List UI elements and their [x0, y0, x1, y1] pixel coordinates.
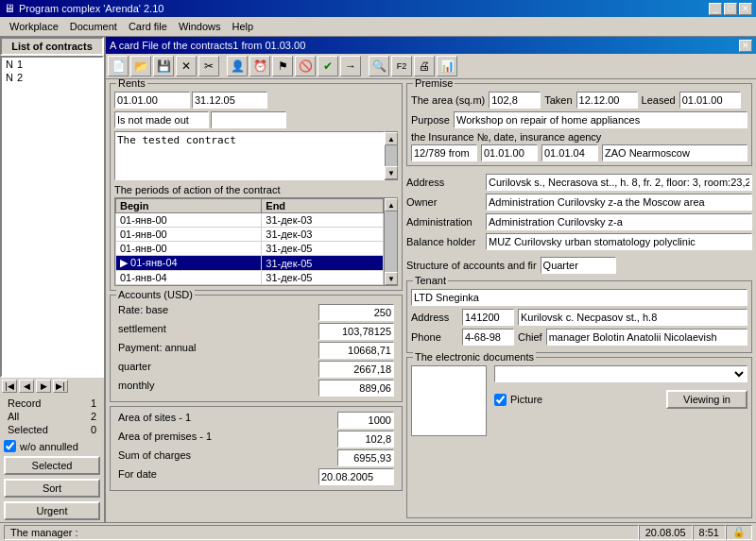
insurance-no[interactable]: [411, 144, 477, 161]
table-row[interactable]: 01-янв-0031-дек-03: [116, 228, 384, 242]
settlement-value[interactable]: [318, 323, 394, 340]
tenant-address[interactable]: [518, 309, 747, 326]
tenant-address-label: Address: [411, 312, 458, 323]
stop-btn[interactable]: 🚫: [295, 56, 316, 76]
picture-label: Picture: [510, 394, 542, 405]
periods-scroll-up[interactable]: ▲: [385, 198, 398, 211]
table-row[interactable]: 01-янв-0431-дек-05: [116, 271, 384, 285]
all-label: All: [8, 411, 19, 422]
card-title-bar: A card File of the contracts1 from 01.03…: [106, 37, 756, 54]
menu-cardfile[interactable]: Card file: [123, 19, 173, 34]
menu-workplace[interactable]: Workplace: [4, 19, 64, 34]
text-scroll-down[interactable]: ▼: [385, 166, 398, 179]
payment-value[interactable]: [318, 342, 394, 359]
list-item[interactable]: N2: [2, 71, 102, 84]
menu-help[interactable]: Help: [227, 19, 260, 34]
menu-windows[interactable]: Windows: [173, 19, 227, 34]
search-btn[interactable]: 🔍: [369, 56, 389, 76]
premise-label: Premise: [413, 79, 455, 89]
rate-value[interactable]: [318, 304, 394, 321]
rent-status[interactable]: [114, 111, 209, 128]
contract-text[interactable]: The tested contract: [114, 131, 385, 180]
arrow-btn[interactable]: →: [340, 56, 361, 76]
close-app-btn[interactable]: ✕: [739, 3, 752, 15]
selected-label: Selected: [8, 424, 48, 435]
f2-btn[interactable]: F2: [391, 56, 412, 76]
purpose-label: Purpose: [411, 114, 450, 126]
rent-status2[interactable]: [211, 111, 286, 128]
leased-input[interactable]: [679, 92, 741, 109]
status-date: 20.08.05: [645, 527, 686, 538]
print-btn[interactable]: 🖨: [414, 56, 435, 76]
phone-input[interactable]: [462, 329, 514, 346]
list-item[interactable]: N1: [2, 58, 102, 71]
insurance-agency[interactable]: [602, 144, 747, 161]
tenant-address-code[interactable]: [462, 309, 514, 326]
app-title-bar: 🖥 Program complex 'Arenda' 2.10 _ □ ✕: [0, 0, 756, 17]
minimize-btn[interactable]: _: [709, 3, 722, 15]
periods-scroll-down[interactable]: ▼: [385, 272, 398, 285]
viewing-button[interactable]: Viewing in: [666, 390, 747, 409]
menu-document[interactable]: Document: [64, 19, 123, 34]
clock-btn[interactable]: ⏰: [249, 56, 270, 76]
nav-last[interactable]: ▶|: [53, 380, 68, 393]
insurance-date2[interactable]: [541, 144, 598, 161]
accounts-group: Accounts (USD) Rate: base settlement Pay…: [110, 295, 403, 402]
for-date-value[interactable]: [318, 468, 394, 485]
export-btn[interactable]: 📊: [437, 56, 457, 76]
chief-input[interactable]: [546, 329, 747, 346]
nav-first[interactable]: |◀: [2, 380, 17, 393]
purpose-input[interactable]: [454, 111, 747, 128]
payment-label: Payment: annual: [118, 342, 197, 359]
cut-btn[interactable]: ✂: [198, 56, 219, 76]
sum-charges-value[interactable]: [337, 449, 394, 466]
rents-label: Rents: [116, 79, 147, 89]
text-scroll-up[interactable]: ▲: [385, 132, 398, 145]
table-row[interactable]: 01-янв-0031-дек-05: [116, 242, 384, 256]
admin-input[interactable]: [486, 213, 752, 230]
rent-date-to[interactable]: [192, 92, 267, 109]
structure-label: Structure of accounts and fir: [406, 260, 537, 271]
area-premises-label: Area of premises - 1: [118, 431, 212, 448]
balance-input[interactable]: [486, 233, 752, 250]
area-sites-value[interactable]: [337, 412, 394, 429]
picture-preview: [411, 365, 487, 436]
address-section: Address Owner Administration Balanc: [406, 174, 752, 253]
maximize-btn[interactable]: □: [724, 3, 737, 15]
area-input[interactable]: [489, 92, 541, 109]
nav-next[interactable]: ▶: [36, 380, 51, 393]
open-btn[interactable]: 📂: [130, 56, 151, 76]
person-btn[interactable]: 👤: [227, 56, 248, 76]
picture-checkbox[interactable]: [494, 394, 507, 406]
record-label: Record: [8, 397, 41, 409]
green-btn[interactable]: ✔: [318, 56, 338, 76]
electronic-dropdown[interactable]: [494, 365, 747, 382]
nav-prev[interactable]: ◀: [19, 380, 34, 393]
taken-input[interactable]: [576, 92, 638, 109]
close-card-btn[interactable]: ✕: [739, 40, 752, 52]
monthly-value[interactable]: [318, 380, 394, 397]
structure-input[interactable]: [541, 257, 616, 274]
save-btn[interactable]: 💾: [153, 56, 174, 76]
accounts-label: Accounts (USD): [116, 289, 195, 300]
quarter-value[interactable]: [318, 361, 394, 378]
contracts-list[interactable]: N1 N2: [0, 56, 104, 378]
tenant-label: Tenant: [413, 275, 448, 286]
table-row[interactable]: 01-янв-0031-дек-03: [116, 213, 384, 228]
for-date-label: For date: [118, 468, 157, 485]
wo-annulled-checkbox[interactable]: [4, 440, 16, 452]
area-premises-value[interactable]: [337, 431, 394, 448]
sort-button[interactable]: Sort: [4, 479, 100, 498]
owner-input[interactable]: [486, 194, 752, 211]
insurance-date1[interactable]: [481, 144, 538, 161]
selected-button[interactable]: Selected: [4, 456, 100, 475]
tenant-name[interactable]: [411, 289, 747, 306]
address-input[interactable]: [486, 174, 752, 191]
table-row-selected[interactable]: ▶ 01-янв-0431-дек-05: [116, 256, 384, 271]
delete-btn[interactable]: ✕: [176, 56, 197, 76]
nav-bar: |◀ ◀ ▶ ▶|: [0, 378, 104, 395]
rent-date-from[interactable]: [114, 92, 190, 109]
urgent-button[interactable]: Urgent: [4, 501, 100, 520]
new-btn[interactable]: 📄: [108, 56, 129, 76]
flag-btn[interactable]: ⚑: [272, 56, 293, 76]
